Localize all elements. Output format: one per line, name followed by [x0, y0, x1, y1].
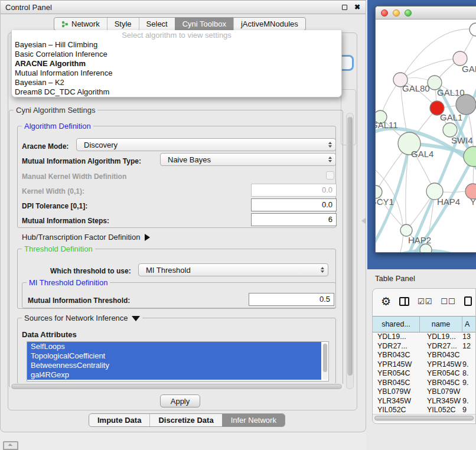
which-threshold-combo[interactable]: MI Threshold	[138, 263, 328, 276]
tab-network[interactable]: Network	[54, 18, 107, 30]
close-traffic-icon[interactable]	[381, 9, 388, 17]
node-label: HAP4	[437, 197, 460, 207]
column-header-shared[interactable]: shared...	[373, 317, 420, 332]
menu-item[interactable]: Mutual Information Inference	[12, 69, 341, 78]
table-cell: 8.	[462, 369, 476, 379]
tab-infer-network[interactable]: Infer Network	[222, 414, 285, 426]
columns-icon[interactable]	[399, 297, 409, 306]
network-node[interactable]	[420, 244, 432, 253]
table-cell: 9.	[462, 379, 476, 388]
menu-item[interactable]: Bayesian – Hill Climbing	[12, 40, 341, 50]
which-threshold-value: MI Threshold	[139, 266, 317, 275]
list-item[interactable]: SelfLoops	[27, 342, 321, 351]
tab-cyni-toolbox[interactable]: Cyni Toolbox	[175, 18, 233, 30]
apply-button[interactable]: Apply	[160, 394, 200, 407]
gear-icon[interactable]: ⚙	[381, 296, 391, 307]
table-horizontal-scrollbar[interactable]	[373, 414, 476, 422]
mi-threshold-title: MI Threshold Definition	[27, 278, 110, 287]
table-row[interactable]: YPR145WYPR145W9.	[373, 360, 476, 370]
menu-item[interactable]: Dream8 DC_TDC Algorithm	[12, 87, 341, 97]
network-node[interactable]	[456, 94, 476, 115]
tab-label: Impute Data	[97, 416, 141, 425]
network-node[interactable]	[470, 23, 476, 36]
table-panel-title: Table Panel	[375, 274, 415, 283]
table-row[interactable]: YBR045CYBR045C9.	[373, 379, 476, 388]
kernel-width-label: Kernel Width (0,1):	[22, 187, 84, 195]
scrollbar-thumb[interactable]	[374, 416, 474, 420]
network-node[interactable]	[400, 224, 412, 236]
manual-kernel-checkbox[interactable]	[326, 171, 334, 180]
settings-vertical-scrollbar[interactable]	[346, 113, 354, 389]
table-cell: YPR145W	[373, 360, 420, 370]
tab-select[interactable]: Select	[139, 18, 175, 30]
column-header-partial[interactable]: A	[462, 317, 476, 332]
table-cell	[462, 351, 476, 360]
sources-title[interactable]: Sources for Network Inference	[22, 314, 142, 322]
network-edge[interactable]	[400, 58, 460, 80]
sources-title-label: Sources for Network Inference	[24, 314, 128, 322]
expand-right-icon	[145, 234, 150, 241]
algorithm-dropdown-menu: Select algorithm to view settings Bayesi…	[11, 30, 342, 97]
menu-item[interactable]: Basic Correlation Inference	[12, 50, 341, 59]
menu-item[interactable]: ARACNE Algorithm	[12, 59, 341, 69]
mi-type-combo[interactable]: Naive Bayes	[160, 153, 336, 166]
table-cell	[462, 387, 476, 397]
table-row[interactable]: YBL079WYBL079W	[373, 387, 476, 397]
node-label: GAL80	[402, 83, 430, 93]
network-window-titlebar[interactable]	[376, 6, 476, 19]
checked-pair-icon[interactable]: ☑☑	[418, 297, 432, 306]
list-item[interactable]: TopologicalCoefficient	[27, 351, 321, 361]
table-cell: 13	[462, 332, 476, 342]
table-cell: YDR27...	[373, 342, 420, 351]
dpi-tolerance-input[interactable]: 0.0	[251, 198, 337, 211]
network-canvas[interactable]: GALGAL80GAL10GAL1SWI4GAL11GAL4GCY1HAP4YH…	[376, 19, 476, 253]
document-icon[interactable]	[464, 296, 472, 306]
data-attributes-list[interactable]: SelfLoopsTopologicalCoefficientBetweenne…	[27, 341, 329, 381]
kernel-width-input[interactable]: 0.0	[251, 184, 337, 197]
table-row[interactable]: YER054CYER054C8.	[373, 369, 476, 379]
combo-stepper-icon	[317, 267, 328, 273]
zoom-traffic-icon[interactable]	[405, 9, 412, 17]
table-row[interactable]: YDR27...YDR27...12	[373, 342, 476, 351]
scrollbar-thumb[interactable]	[11, 384, 342, 389]
tab-jactivemnodules[interactable]: jActiveMNodules	[233, 18, 305, 30]
table-row[interactable]: YDL19...YDL19...13	[373, 332, 476, 342]
column-header-name[interactable]: name	[420, 317, 462, 332]
mi-steps-input[interactable]: 6	[251, 213, 337, 226]
aracne-mode-combo[interactable]: Discovery	[76, 138, 336, 151]
tab-discretize-data[interactable]: Discretize Data	[149, 414, 221, 426]
minimize-traffic-icon[interactable]	[393, 9, 400, 17]
mi-threshold-label: Mutual Information Threshold:	[28, 296, 130, 305]
table-cell: YLR345W	[420, 397, 462, 406]
node-label: GAL10	[437, 87, 465, 97]
table-cell: YDL19...	[373, 332, 420, 342]
unchecked-pair-icon[interactable]: ☐☐	[441, 297, 455, 306]
float-button[interactable]	[340, 2, 349, 12]
list-item[interactable]: gal4RGexp	[27, 370, 321, 380]
menu-item[interactable]: Bayesian – K2	[12, 78, 341, 87]
node-label: GCY1	[376, 197, 394, 207]
dock-panel-button[interactable]	[3, 441, 18, 450]
table-row[interactable]: YLR345WYLR345W9.	[373, 397, 476, 406]
tab-style[interactable]: Style	[107, 18, 139, 30]
network-node[interactable]	[464, 146, 476, 167]
table-panel: Table Panel ⚙ ☑☑ ☐☐ shared... name A YDL…	[366, 269, 476, 450]
tab-impute-data[interactable]: Impute Data	[89, 414, 149, 426]
list-item[interactable]: BetweennessCentrality	[27, 361, 321, 370]
list-scrollbar[interactable]	[322, 343, 328, 380]
aracne-mode-value: Discovery	[77, 141, 325, 149]
splitter-handle-icon[interactable]	[361, 218, 366, 224]
float-icon	[342, 5, 347, 10]
tab-label: Cyni Toolbox	[182, 19, 226, 28]
close-button[interactable]: ✖	[353, 2, 362, 12]
mi-threshold-input[interactable]: 0.5	[249, 293, 334, 306]
control-panel: Control Panel ✖ Network Style Select Cyn…	[0, 0, 366, 432]
settings-horizontal-scrollbar[interactable]	[10, 383, 344, 390]
tab-label: Select	[146, 19, 168, 28]
table-cell: YER054C	[420, 369, 462, 379]
table-cell: YDR27...	[420, 342, 462, 351]
hub-definition-toggle[interactable]: Hub/Transcription Factor Definition	[22, 233, 150, 242]
table-row[interactable]: YBR043CYBR043C	[373, 351, 476, 360]
algorithm-definition-title: Algorithm Definition	[22, 122, 93, 131]
scrollbar-thumb[interactable]	[347, 117, 353, 376]
